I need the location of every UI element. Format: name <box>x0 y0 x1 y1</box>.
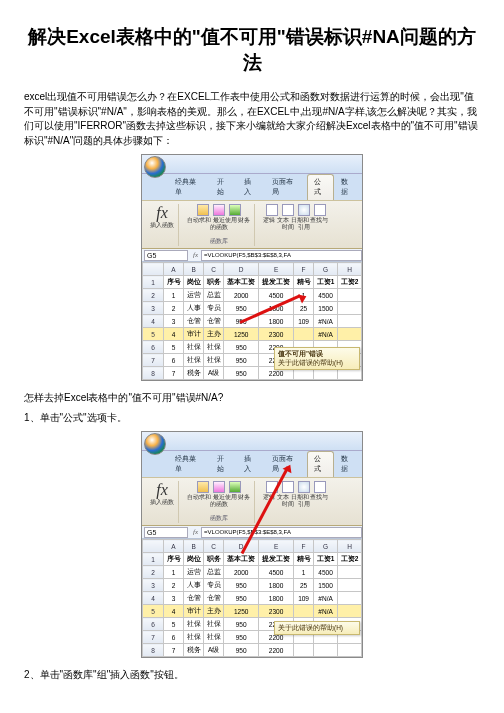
financial-icon <box>229 204 241 216</box>
formula-bar[interactable]: =VLOOKUP(F5,$B$3:$E$8,3,FA <box>201 527 362 538</box>
tab-classic[interactable]: 经典菜单 <box>168 451 210 477</box>
formula-bar-row: G5 fx =VLOOKUP(F5,$B$3:$E$8,3,FA <box>142 249 362 262</box>
fx-icon: fx <box>156 481 168 499</box>
screenshot-1: 经典菜单 开始 插入 页面布局 公式 数据 fx 插入函数 自动求和 最近使用 … <box>24 154 480 381</box>
error-callout: 关于此错误的帮助(H) <box>274 621 360 635</box>
question-text: 怎样去掉Excel表格中的"值不可用"错误#N/A? <box>24 391 480 405</box>
text-icon <box>282 204 294 216</box>
tab-data[interactable]: 数据 <box>334 174 362 200</box>
office-button-icon <box>144 433 166 455</box>
tab-formulas[interactable]: 公式 <box>307 174 335 200</box>
tab-insert[interactable]: 插入 <box>237 174 265 200</box>
fx-label-icon: fx <box>190 251 201 259</box>
ribbon-body: fx 插入函数 自动求和 最近使用 财务 的函数 函数库 <box>142 477 362 526</box>
tab-formulas[interactable]: 公式 <box>307 451 335 477</box>
autosum-icon <box>197 204 209 216</box>
error-callout: 值不可用"错误 关于此错误的帮助(H) <box>274 347 360 370</box>
name-box[interactable]: G5 <box>144 250 188 261</box>
text-icon <box>282 481 294 493</box>
ribbon-tabs: 经典菜单 开始 插入 页面布局 公式 数据 <box>142 174 362 200</box>
financial-icon <box>229 481 241 493</box>
fx-label-icon: fx <box>190 528 201 536</box>
lookup-icon <box>314 204 326 216</box>
lookup-icon <box>314 481 326 493</box>
spreadsheet-grid[interactable]: ABCDEFGH 1 序号岗位职务 基本工资提发工资精号 工资1工资2 21运营… <box>142 539 362 657</box>
autosum-icon <box>197 481 209 493</box>
ribbon-tabs: 经典菜单 开始 插入 页面布局 公式 数据 <box>142 451 362 477</box>
formula-bar[interactable]: =VLOOKUP(F5,$B$3:$E$8,3,FA <box>201 250 362 261</box>
step-1: 1、单击"公式"选项卡。 <box>24 411 480 425</box>
screenshot-2: 经典菜单 开始 插入 页面布局 公式 数据 fx 插入函数 自动求和 最近使用 … <box>24 431 480 658</box>
tab-home[interactable]: 开始 <box>210 451 238 477</box>
recent-icon <box>213 481 225 493</box>
fx-icon: fx <box>156 204 168 222</box>
logic-icon <box>266 204 278 216</box>
group-label-functions: 函数库 <box>210 514 228 523</box>
date-icon <box>298 204 310 216</box>
ribbon-body: fx 插入函数 自动求和 最近使用 财务 的函数 函数库 <box>142 200 362 249</box>
insert-function-button[interactable]: 插入函数 <box>150 222 174 229</box>
step-2: 2、单击"函数库"组"插入函数"按钮。 <box>24 668 480 682</box>
intro-paragraph: excel出现值不可用错误怎么办？在EXCEL工作表中使用公式和函数对数据进行运… <box>24 90 480 148</box>
name-box[interactable]: G5 <box>144 527 188 538</box>
tab-home[interactable]: 开始 <box>210 174 238 200</box>
page-title: 解决Excel表格中的"值不可用"错误标识#NA问题的方法 <box>24 24 480 76</box>
tab-insert[interactable]: 插入 <box>237 451 265 477</box>
recent-icon <box>213 204 225 216</box>
group-label-functions: 函数库 <box>210 237 228 246</box>
office-button-icon <box>144 156 166 178</box>
insert-function-button[interactable]: 插入函数 <box>150 499 174 506</box>
tab-data[interactable]: 数据 <box>334 451 362 477</box>
tab-layout[interactable]: 页面布局 <box>265 174 307 200</box>
tab-classic[interactable]: 经典菜单 <box>168 174 210 200</box>
date-icon <box>298 481 310 493</box>
